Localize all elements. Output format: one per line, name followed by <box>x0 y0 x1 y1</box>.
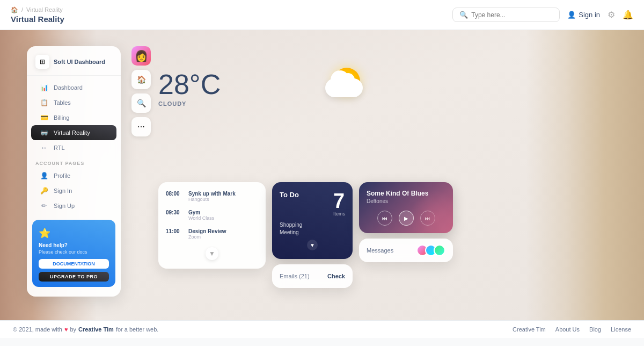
schedule-time-3: 11:00 <box>166 228 183 240</box>
footer-left: © 2021, made with ♥ by Creative Tim for … <box>13 326 158 333</box>
rtl-icon: ↔ <box>40 144 48 152</box>
schedule-sub-3: Zoom <box>188 234 226 240</box>
nav-item-profile[interactable]: 👤 Profile <box>31 168 116 183</box>
todo-tags: Shopping Meeting <box>280 222 345 235</box>
vr-more-button[interactable]: ⋯ <box>131 117 151 136</box>
search-input[interactable] <box>471 11 553 19</box>
music-song: Some Kind Of Blues <box>367 190 445 197</box>
music-play-button[interactable]: ▶ <box>399 211 414 226</box>
music-card: Some Kind Of Blues Deftones ⏮ ▶ ⏭ <box>359 182 453 233</box>
bell-icon[interactable]: 🔔 <box>623 10 633 20</box>
messages-label: Messages <box>367 247 393 254</box>
breadcrumb: 🏠 / Virtual Reality <box>11 6 64 13</box>
weather-icon <box>323 65 371 113</box>
music-controls: ⏮ ▶ ⏭ <box>367 211 445 226</box>
footer: © 2021, made with ♥ by Creative Tim for … <box>0 320 644 338</box>
nav-item-label: Sign Up <box>54 203 75 209</box>
footer-link-blog[interactable]: Blog <box>589 326 601 333</box>
right-column: Some Kind Of Blues Deftones ⏮ ▶ ⏭ Messag… <box>359 182 453 262</box>
schedule-time-2: 09:30 <box>166 210 183 221</box>
music-artist: Deftones <box>367 198 445 204</box>
search-icon: 🔍 <box>459 11 468 19</box>
nav-item-label: Tables <box>54 99 71 106</box>
profile-icon: 👤 <box>40 172 48 179</box>
todo-count-label: Items <box>333 211 345 217</box>
breadcrumb-page: Virtual Reality <box>26 6 63 13</box>
messages-card: Messages <box>359 239 453 262</box>
nav-item-label: Profile <box>54 172 70 179</box>
billing-icon: 💳 <box>40 114 48 121</box>
nav-item-label: Dashboard <box>54 84 83 91</box>
music-next-button[interactable]: ⏭ <box>420 211 435 226</box>
footer-link-aboutus[interactable]: About Us <box>555 326 580 333</box>
vr-home-button[interactable]: 🏠 <box>131 70 151 89</box>
upgrade-button[interactable]: UPGRADE TO PRO <box>39 272 109 282</box>
tables-icon: 📋 <box>40 99 48 106</box>
schedule-sub-2: World Class <box>188 215 214 221</box>
schedule-expand-button[interactable]: ▼ <box>206 247 218 260</box>
topnav-right: 🔍 👤 Sign in ⚙ 🔔 <box>452 8 633 22</box>
signin-label: Sign in <box>579 11 600 19</box>
todo-tag-1: Shopping <box>280 222 345 228</box>
help-card: ⭐ Need help? Please check our docs DOCUM… <box>32 220 115 287</box>
todo-title: To Do <box>280 191 299 199</box>
schedule-more: ▼ <box>166 247 258 260</box>
top-nav: 🏠 / Virtual Reality Virtual Reality 🔍 👤 … <box>0 0 644 30</box>
signin-icon: 🔑 <box>40 187 48 194</box>
footer-link-license[interactable]: License <box>611 326 631 333</box>
schedule-event-1: Synk up with Mark <box>188 191 236 197</box>
page-title: Virtual Reality <box>11 15 64 24</box>
emails-label: Emails (21) <box>280 273 310 279</box>
todo-header: To Do 7 Items <box>280 191 345 217</box>
heart-icon: ♥ <box>64 326 68 333</box>
copyright-text: © 2021, made with <box>13 326 62 333</box>
vr-search-button[interactable]: 🔍 <box>131 93 151 113</box>
sidebar-card: ⊞ Soft UI Dashboard 📊 Dashboard 📋 Tables… <box>27 46 121 297</box>
todo-count: 7 <box>333 191 345 211</box>
account-section-label: ACCOUNT PAGES <box>27 155 121 168</box>
nav-item-rtl[interactable]: ↔ RTL <box>31 140 116 155</box>
schedule-time-1: 08:00 <box>166 191 183 202</box>
help-title: Need help? <box>39 242 109 248</box>
nav-item-signin[interactable]: 🔑 Sign In <box>31 183 116 198</box>
topnav-left: 🏠 / Virtual Reality Virtual Reality <box>11 6 64 24</box>
sidebar-brand: ⊞ Soft UI Dashboard <box>27 55 121 76</box>
todo-expand: ▼ <box>280 240 345 250</box>
nav-item-vr[interactable]: 🥽 Virtual Reality <box>31 125 116 140</box>
footer-link-creativetim[interactable]: Creative Tim <box>513 326 546 333</box>
footer-author[interactable]: Creative Tim <box>78 326 114 333</box>
breadcrumb-sep: / <box>21 6 23 13</box>
emails-check-button[interactable]: Check <box>327 273 345 279</box>
schedule-item-1: 08:00 Synk up with Mark Hangouts <box>166 191 258 202</box>
vr-sidebar: 👩 🏠 🔍 ⋯ <box>131 46 151 136</box>
dashboard-icon: 📊 <box>40 84 48 91</box>
footer-links: Creative Tim About Us Blog License <box>513 326 631 333</box>
cards-row: 08:00 Synk up with Mark Hangouts 09:30 G… <box>158 182 453 288</box>
nav-item-label: Sign In <box>54 188 72 194</box>
user-avatar: 👩 <box>131 46 151 66</box>
home-icon: 🏠 <box>11 6 18 13</box>
todo-expand-button[interactable]: ▼ <box>307 240 318 250</box>
nav-item-signup[interactable]: ✏ Sign Up <box>31 198 116 213</box>
footer-by: by <box>70 326 76 333</box>
schedule-event-3: Design Review <box>188 228 226 234</box>
signin-button[interactable]: 👤 Sign in <box>567 11 600 19</box>
curtain-right <box>526 30 644 320</box>
weather-temperature: 28°C <box>158 70 221 98</box>
todo-card: To Do 7 Items Shopping Meeting ▼ <box>272 182 353 259</box>
docs-button[interactable]: DOCUMENTATION <box>39 259 109 269</box>
nav-item-tables[interactable]: 📋 Tables <box>31 95 116 110</box>
message-avatar-3 <box>434 244 445 256</box>
nav-item-label: RTL <box>54 145 65 151</box>
nav-item-dashboard[interactable]: 📊 Dashboard <box>31 80 116 95</box>
search-box[interactable]: 🔍 <box>452 8 560 22</box>
settings-icon[interactable]: ⚙ <box>608 10 615 20</box>
nav-item-label: Billing <box>54 114 69 121</box>
weather-widget: 28°C CLOUDY <box>158 70 221 107</box>
emails-card: Emails (21) Check <box>272 264 353 288</box>
messages-avatars <box>416 244 445 256</box>
music-prev-button[interactable]: ⏮ <box>377 211 392 226</box>
help-icon: ⭐ <box>39 227 109 239</box>
nav-item-label: Virtual Reality <box>54 129 90 136</box>
nav-item-billing[interactable]: 💳 Billing <box>31 110 116 125</box>
